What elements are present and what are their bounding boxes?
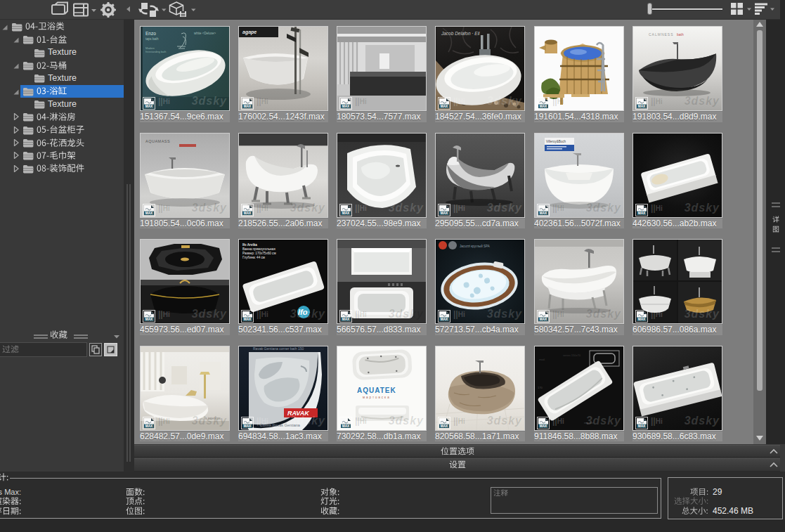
svg-text:Villeroy&Boch: Villeroy&Boch [546, 140, 566, 143]
svg-text:MAX: MAX [244, 105, 252, 108]
svg-text:MAX: MAX [342, 212, 350, 215]
svg-text:MAX: MAX [441, 424, 448, 428]
svg-text:MAX: MAX [145, 105, 153, 108]
svg-text:CALMNESS: CALMNESS [649, 32, 674, 37]
svg-text:MAX: MAX [342, 105, 350, 108]
svg-text:Глубина: 44 см: Глубина: 44 см [242, 256, 265, 259]
svg-text:MAX: MAX [540, 105, 547, 108]
svg-text:MAX: MAX [638, 318, 646, 321]
svg-text:MAX: MAX [145, 424, 153, 428]
svg-text:mod.: mod. [539, 358, 545, 361]
svg-text:мартовска: мартовска [363, 396, 391, 399]
svg-text:taps bath: taps bath [145, 37, 159, 41]
svg-text:MAX: MAX [244, 318, 252, 321]
svg-text:MAX: MAX [540, 212, 547, 215]
svg-text:Jacuzzi круглый SPA: Jacuzzi круглый SPA [460, 244, 490, 248]
svg-text:MAX: MAX [342, 318, 350, 321]
svg-text:MAX: MAX [145, 212, 153, 215]
svg-text:MAX: MAX [145, 318, 153, 321]
svg-text:AQUAMASS: AQUAMASS [145, 139, 170, 143]
svg-text:Ifo Arvika: Ifo Arvika [242, 243, 257, 247]
svg-text:bath: bath [677, 32, 684, 37]
svg-text:MAX: MAX [441, 212, 448, 215]
svg-text:MAX: MAX [638, 105, 646, 108]
svg-text:freestanding bath: freestanding bath [145, 51, 166, 53]
svg-text:Modern: Modern [145, 47, 155, 50]
svg-text:white <Deluxe>: white <Deluxe> [194, 32, 216, 35]
svg-text:MAX: MAX [441, 105, 448, 108]
svg-text:MAX: MAX [244, 212, 252, 215]
svg-text:MAX: MAX [638, 424, 646, 428]
svg-text:Размер: 170х75х60 см: Размер: 170х75х60 см [242, 252, 276, 255]
svg-text:Enzo: Enzo [145, 31, 156, 36]
svg-text:series 150x70: series 150x70 [563, 353, 581, 357]
svg-text:MAX: MAX [342, 424, 350, 428]
svg-text:MAX: MAX [540, 424, 547, 428]
svg-text:MAX: MAX [638, 212, 646, 215]
svg-text:Ravak Gentiana corner bath 150: Ravak Gentiana corner bath 150 [253, 346, 304, 351]
svg-text:Jacob Delafon · Eli: Jacob Delafon · Eli [441, 31, 480, 36]
svg-text:MAX: MAX [540, 318, 547, 321]
svg-text:Ванна прямоугольная: Ванна прямоугольная [242, 247, 275, 251]
svg-text:MAX: MAX [441, 318, 448, 321]
svg-text:AQUATEK: AQUATEK [357, 387, 396, 394]
svg-text:MAX: MAX [244, 424, 252, 428]
svg-text:170: 170 [538, 386, 543, 389]
svg-text:agape: agape [242, 30, 257, 35]
